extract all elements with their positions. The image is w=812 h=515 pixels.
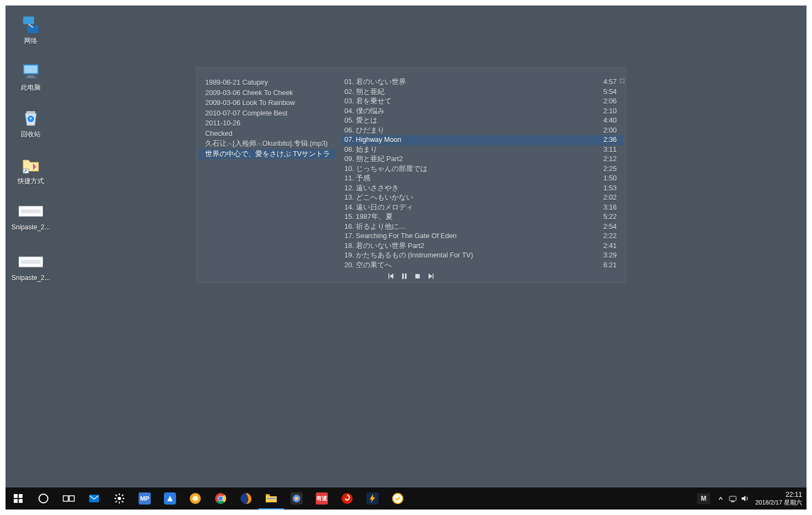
taskbar-mail-button[interactable] [81, 487, 107, 509]
taskbar-thunder-button[interactable] [360, 487, 385, 509]
track-row[interactable]: 12. 遠いささやき1:53 [341, 184, 623, 194]
taskbar-wondershare-button[interactable] [157, 487, 183, 509]
prev-button[interactable] [387, 272, 395, 280]
track-duration: 2:02 [603, 193, 621, 203]
track-duration: 2:54 [603, 222, 621, 232]
tray-chevron-icon[interactable] [715, 487, 727, 509]
taskbar-taskview-button[interactable] [56, 487, 81, 509]
track-row[interactable]: 08. 始まり3:11 [341, 145, 623, 155]
track-row[interactable]: 16. 祈るより他に…2:54 [341, 222, 623, 232]
album-item[interactable]: 2011-10-26 [205, 118, 336, 129]
clock-time: 22:11 [755, 491, 802, 498]
svg-rect-48 [266, 494, 270, 496]
taskbar-uc-button[interactable] [183, 487, 208, 509]
track-duration: 2:00 [603, 126, 621, 136]
track-row[interactable]: 03. 君を乗せて2:06 [341, 97, 623, 107]
svg-rect-12 [21, 209, 41, 213]
track-duration: 2:36 [603, 135, 621, 145]
track-row[interactable]: 07. Highway Moon2:36 [341, 135, 623, 145]
track-row[interactable]: 06. ひだまり2:00 [341, 126, 623, 136]
album-item[interactable]: 久石让.-.[入殓师.-.Okuribito].专辑.(mp3) [205, 139, 336, 149]
track-title: 13. どこへもいかない [344, 193, 597, 203]
track-row[interactable]: 20. 空の果てへ6:21 [341, 261, 623, 271]
track-row[interactable]: 19. かたちあるもの (Instrumental For TV)3:29 [341, 251, 623, 261]
track-row[interactable]: 11. 予感1:50 [341, 174, 623, 184]
snip-icon [19, 250, 43, 274]
svg-line-38 [122, 495, 124, 496]
track-title: 15. 1987年、夏 [344, 212, 597, 222]
svg-rect-29 [89, 495, 99, 502]
track-title: 12. 遠いささやき [344, 184, 597, 194]
track-duration: 3:16 [603, 203, 621, 213]
svg-line-36 [122, 501, 124, 503]
track-row[interactable]: 02. 朔と亜紀5:54 [341, 87, 623, 97]
ticktick-icon [392, 492, 404, 505]
track-duration: 6:21 [603, 261, 621, 271]
desktop-icon-label: Snipaste_2... [12, 274, 50, 282]
svg-rect-23 [19, 494, 23, 498]
album-item[interactable]: 2009-03-06 Cheek To Cheek [205, 88, 336, 98]
track-title: 20. 空の果てへ [344, 261, 597, 271]
taskbar-ticktick-button[interactable] [385, 487, 410, 509]
taskbar-start-button[interactable] [6, 487, 31, 509]
track-title: 09. 朔と亜紀 Part2 [344, 155, 597, 165]
taskbar-settings-button[interactable] [107, 487, 132, 509]
tray-m-icon[interactable]: M [697, 493, 710, 504]
track-duration: 4:40 [603, 116, 621, 126]
track-row[interactable]: 18. 君のいない世界 Part22:41 [341, 242, 623, 251]
track-row[interactable]: 13. どこへもいかない2:02 [341, 193, 623, 203]
desktop-icon-recycle[interactable]: 回收站 [10, 103, 52, 143]
desktop-icon-pc[interactable]: 此电脑 [10, 57, 52, 96]
svg-point-26 [39, 494, 48, 503]
track-title: 08. 始まり [344, 145, 597, 155]
tray-volume-icon[interactable] [739, 487, 751, 509]
track-row[interactable]: 10. じっちゃんの部屋では2:25 [341, 165, 623, 174]
svg-rect-22 [14, 494, 18, 498]
album-item[interactable]: 世界の中心で、愛をさけぶ TVサントラ [199, 149, 336, 160]
track-row[interactable]: 15. 1987年、夏5:22 [341, 212, 623, 222]
track-row[interactable]: 09. 朔と亜紀 Part22:12 [341, 155, 623, 165]
taskbar-cortana-button[interactable] [31, 487, 56, 509]
track-row[interactable]: 17. Searching For The Gate Of Eden2:22 [341, 232, 623, 242]
next-button[interactable] [427, 272, 435, 280]
taskbar-youdao-button[interactable]: 有道 [309, 487, 334, 509]
taskbar-netease-button[interactable] [334, 487, 360, 509]
svg-rect-6 [25, 77, 36, 78]
album-item[interactable]: Checked [205, 129, 336, 139]
music-player-window[interactable]: 1989-06-21 Catupiry2009-03-06 Cheek To C… [196, 67, 626, 283]
taskbar-apps: MP有道 [6, 487, 410, 509]
taskbar-mp-button[interactable]: MP [132, 487, 157, 509]
desktop-icon-folder-shortcut[interactable]: 快捷方式 [10, 150, 52, 189]
track-list: 01. 君のいない世界4:5702. 朔と亜紀5:5403. 君を乗せて2:06… [337, 75, 626, 271]
tray-network-icon[interactable] [727, 487, 739, 509]
album-item[interactable]: 2009-03-06 Look To Rainbow [205, 98, 336, 108]
taskbar-chrome-button[interactable] [208, 487, 233, 509]
album-item[interactable]: 1989-06-21 Catupiry [205, 78, 336, 88]
track-title: 06. ひだまり [344, 126, 597, 136]
wondershare-icon [164, 492, 176, 505]
folder-shortcut-icon [19, 152, 43, 177]
svg-marker-20 [429, 273, 432, 279]
svg-rect-1 [28, 25, 39, 33]
clock-date: 2018/2/17 星期六 [755, 498, 802, 506]
track-row[interactable]: 05. 愛とは4:40 [341, 116, 623, 126]
track-title: 14. 遠い日のメロディ [344, 203, 597, 213]
youdao-icon: 有道 [316, 492, 328, 505]
taskbar-firefox-button[interactable] [233, 487, 259, 509]
desktop-icon-network[interactable]: 网络 [10, 10, 52, 49]
track-row[interactable]: 04. 僕の悩み2:10 [341, 107, 623, 117]
track-row[interactable]: 14. 遠い日のメロディ3:16 [341, 203, 623, 213]
taskbar-clock[interactable]: 22:11 2018/2/17 星期六 [751, 491, 806, 506]
svg-rect-24 [14, 499, 18, 503]
taskbar-securecrt-button[interactable] [284, 487, 309, 509]
track-row[interactable]: 01. 君のいない世界4:57 [341, 78, 623, 87]
desktop-icon-snip[interactable]: Snipaste_2... [10, 248, 52, 285]
taskbar-explorer-button[interactable] [259, 487, 284, 509]
album-item[interactable]: 2010-07-07 Complete Best [205, 108, 336, 119]
stop-button[interactable] [414, 272, 421, 280]
desktop-icon-snip[interactable]: Snipaste_2... [10, 197, 52, 234]
track-title: 17. Searching For The Gate Of Eden [344, 232, 597, 242]
svg-rect-58 [729, 496, 736, 501]
desktop: 网络此电脑回收站快捷方式Snipaste_2...Snipaste_2... 1… [6, 6, 806, 509]
pause-button[interactable] [400, 272, 408, 280]
